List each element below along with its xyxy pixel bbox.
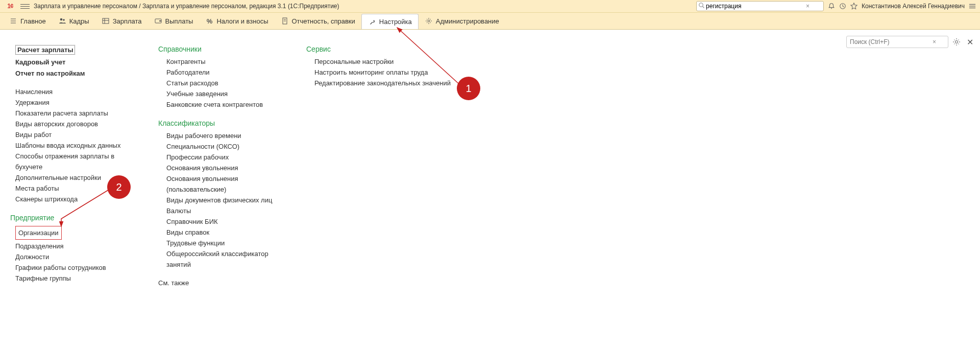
nav-nalogi[interactable]: % Налоги и взносы (199, 13, 274, 29)
link-counterparties[interactable]: Контрагенты (158, 56, 291, 67)
bell-icon[interactable] (828, 3, 835, 10)
app-title: Зарплата и управление персоналом / Зарпл… (34, 3, 339, 10)
link-expense-items[interactable]: Статьи расходов (158, 78, 291, 88)
username-label: Константинов Алексей Геннадиевич (862, 3, 965, 10)
link-input-templates[interactable]: Шаблоны ввода исходных данных (15, 140, 143, 151)
link-organizations[interactable]: Организации (15, 226, 62, 240)
nav-admin[interactable]: Администрирование (419, 13, 505, 29)
people-icon (58, 17, 66, 25)
link-positions[interactable]: Должности (15, 251, 143, 262)
svg-point-0 (699, 3, 703, 7)
link-working-time-types[interactable]: Виды рабочего времени (158, 130, 291, 141)
svg-rect-16 (159, 20, 161, 21)
global-search-input[interactable] (705, 2, 804, 10)
content-toolbar: × ✕ (846, 36, 975, 48)
nav-admin-label: Администрирование (436, 17, 499, 25)
link-tariff-groups[interactable]: Тарифные группы (15, 273, 143, 284)
link-bik-directory[interactable]: Справочник БИК (158, 216, 291, 227)
link-personal-settings[interactable]: Персональные настройки (306, 56, 459, 67)
link-accruals[interactable]: Начисления (15, 86, 143, 97)
nav-otchet[interactable]: Отчетность, справки (275, 13, 361, 29)
link-currencies[interactable]: Валюты (158, 205, 291, 216)
nav-nalogi-label: Налоги и взносы (216, 17, 268, 25)
link-occupation-classifier[interactable]: Общероссийский классификатор занятий (158, 248, 291, 270)
nav-main[interactable]: Главное (3, 13, 52, 29)
table-icon (102, 17, 110, 25)
local-search[interactable]: × (846, 36, 948, 48)
link-work-types[interactable]: Виды работ (15, 129, 143, 140)
link-reflection-methods[interactable]: Способы отражения зарплаты в бухучете (15, 151, 143, 172)
local-search-input[interactable] (849, 38, 933, 46)
menu-icon[interactable] (20, 2, 30, 11)
document-icon (281, 17, 289, 25)
link-author-contract-types[interactable]: Виды авторских договоров (15, 119, 143, 129)
column-2: Справочники Контрагенты Работодатели Ста… (158, 45, 291, 290)
svg-point-20 (428, 20, 430, 22)
column-3: Сервис Персональные настройки Настроить … (306, 45, 459, 290)
nav-vyplaty[interactable]: Выплаты (148, 13, 200, 29)
gear-icon (425, 17, 433, 25)
link-dismissal-grounds-user[interactable]: Основания увольнения (пользовательские) (158, 173, 291, 195)
link-employers[interactable]: Работодатели (158, 67, 291, 78)
link-payroll-indicators[interactable]: Показатели расчета зарплаты (15, 108, 143, 119)
svg-point-21 (955, 41, 958, 43)
link-edit-legislative-values[interactable]: Редактирование законодательных значений (306, 78, 459, 88)
link-specialties[interactable]: Специальности (ОКСО) (158, 141, 291, 152)
nav-zarplata[interactable]: Зарплата (95, 13, 148, 29)
nav-kadry-label: Кадры (69, 17, 89, 25)
section-classifiers: Классификаторы (158, 119, 291, 127)
column-1: Расчет зарплаты Кадровый учет Отчет по н… (15, 45, 143, 290)
nav-otchet-label: Отчетность, справки (292, 17, 355, 25)
nav-nastroika[interactable]: Настройка (361, 14, 419, 29)
link-pay-monitoring[interactable]: Настроить мониторинг оплаты труда (306, 67, 459, 78)
link-certificate-types[interactable]: Виды справок (158, 227, 291, 238)
nav-nastroika-label: Настройка (379, 18, 412, 26)
close-icon[interactable]: ✕ (965, 37, 975, 47)
local-search-clear-icon[interactable]: × (933, 38, 936, 45)
svg-line-1 (703, 6, 704, 8)
main-content: Расчет зарплаты Кадровый учет Отчет по н… (0, 30, 980, 290)
link-payroll-calc[interactable]: Расчет зарплаты (15, 45, 75, 55)
star-icon[interactable] (850, 3, 857, 10)
list-icon (9, 17, 17, 25)
global-search[interactable]: × (696, 1, 824, 11)
nav-vyplaty-label: Выплаты (165, 17, 193, 25)
wallet-icon (154, 17, 162, 25)
svg-point-10 (60, 18, 62, 21)
nav-kadry[interactable]: Кадры (52, 13, 95, 29)
search-icon (699, 3, 705, 10)
link-labor-functions[interactable]: Трудовые функции (158, 238, 291, 248)
link-educational-institutions[interactable]: Учебные заведения (158, 88, 291, 99)
link-deductions[interactable]: Удержания (15, 97, 143, 108)
percent-icon: % (205, 17, 213, 25)
clear-search-icon[interactable]: × (804, 3, 812, 10)
link-bank-accounts[interactable]: Банковские счета контрагентов (158, 99, 291, 110)
settings-icon[interactable] (951, 37, 962, 47)
link-kadr-accounting[interactable]: Кадровый учет (15, 57, 143, 68)
nav-main-label: Главное (20, 17, 46, 25)
callout-2: 2 (107, 175, 131, 199)
wrench-icon (368, 18, 376, 26)
callout-1: 1 (457, 77, 480, 100)
link-settings-report[interactable]: Отчет по настройкам (15, 68, 143, 79)
title-bar: 1¢ Зарплата и управление персоналом / За… (0, 0, 980, 13)
app-logo: 1¢ (4, 2, 16, 11)
section-see-also: См. также (158, 279, 291, 287)
link-dismissal-grounds[interactable]: Основания увольнения (158, 163, 291, 173)
window-options-icon[interactable] (969, 3, 976, 10)
nav-zarplata-label: Зарплата (113, 17, 142, 25)
svg-point-2 (831, 8, 832, 9)
link-document-types[interactable]: Виды документов физических лиц (158, 195, 291, 205)
section-references: Справочники (158, 45, 291, 53)
link-work-schedules[interactable]: Графики работы сотрудников (15, 262, 143, 273)
svg-rect-12 (103, 18, 109, 24)
link-departments[interactable]: Подразделения (15, 241, 143, 251)
link-worker-professions[interactable]: Профессии рабочих (158, 152, 291, 163)
svg-point-11 (63, 19, 65, 21)
section-service: Сервис (306, 45, 459, 53)
section-enterprise: Предприятие (10, 214, 143, 222)
history-icon[interactable] (839, 3, 846, 10)
nav-bar: Главное Кадры Зарплата Выплаты % Налоги … (0, 13, 980, 30)
